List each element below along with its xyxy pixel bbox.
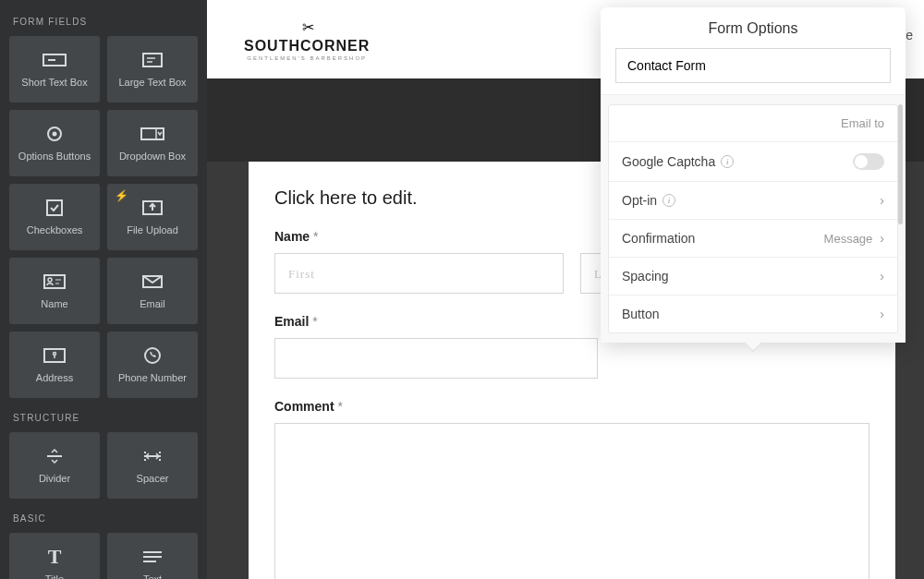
short-text-icon [43, 49, 67, 71]
tile-checkboxes[interactable]: Checkboxes [9, 184, 100, 250]
panel-scrollbar[interactable] [898, 104, 903, 298]
tile-options-buttons[interactable]: Options Buttons [9, 110, 100, 176]
svg-point-6 [53, 132, 57, 137]
tile-dropdown-box[interactable]: Dropdown Box [107, 110, 198, 176]
address-icon [43, 344, 66, 367]
radio-icon [46, 123, 63, 145]
opt-confirmation[interactable]: Confirmation Message› [609, 220, 897, 258]
svg-rect-2 [143, 54, 162, 66]
svg-rect-9 [47, 200, 62, 215]
opt-optin[interactable]: Opt-ini › [609, 182, 897, 220]
basic-grid: T Title Text [9, 533, 198, 579]
form-options-panel: Form Options Email to Google Captchai Op… [601, 7, 906, 343]
chevron-right-icon: › [880, 231, 884, 246]
tile-file-upload[interactable]: ⚡ File Upload [107, 184, 198, 250]
opt-captcha[interactable]: Google Captchai [609, 142, 897, 182]
dropdown-icon [140, 123, 164, 145]
comment-field-block: Comment * [274, 399, 869, 579]
comment-textarea[interactable] [274, 423, 869, 579]
section-structure: STRUCTURE [13, 413, 198, 423]
opt-spacing[interactable]: Spacing › [609, 258, 897, 296]
upload-icon [142, 197, 163, 219]
logo-mark-icon: ✂ [302, 18, 312, 36]
checkbox-icon [46, 197, 63, 219]
comment-label: Comment * [274, 399, 869, 414]
svg-rect-12 [44, 275, 65, 288]
svg-point-13 [48, 278, 52, 282]
first-name-input[interactable] [274, 253, 564, 294]
canvas: ✂ SOUTHCORNER GENTLEMEN'S BARBERSHOP ome… [207, 0, 924, 579]
chevron-right-icon: › [880, 269, 884, 283]
divider-icon [45, 445, 64, 467]
opt-email-to[interactable]: Email to [609, 105, 897, 142]
logo-text: SOUTHCORNER [244, 38, 370, 54]
tile-title[interactable]: T Title [9, 533, 100, 579]
tile-name[interactable]: Name [9, 258, 100, 324]
panel-title: Form Options [601, 7, 906, 48]
tile-text[interactable]: Text [107, 533, 198, 579]
email-icon [142, 271, 163, 293]
chevron-right-icon: › [880, 193, 884, 208]
site-logo[interactable]: ✂ SOUTHCORNER GENTLEMEN'S BARBERSHOP [244, 18, 370, 61]
section-form-fields: FORM FIELDS [13, 17, 198, 27]
tile-divider[interactable]: Divider [9, 432, 100, 499]
email-input[interactable] [274, 338, 598, 379]
spacer-icon [142, 445, 163, 467]
tile-short-text-box[interactable]: Short Text Box [9, 36, 100, 103]
info-icon: i [721, 155, 734, 168]
tile-address[interactable]: Address [9, 332, 100, 398]
sidebar: FORM FIELDS Short Text Box Large Text Bo… [0, 0, 207, 579]
tile-spacer[interactable]: Spacer [107, 432, 198, 499]
title-icon: T [48, 546, 62, 568]
form-fields-grid: Short Text Box Large Text Box Options Bu… [9, 36, 198, 398]
premium-bolt-icon: ⚡ [115, 189, 128, 202]
tile-phone-number[interactable]: Phone Number [107, 332, 198, 398]
opt-button[interactable]: Button › [609, 296, 897, 332]
text-icon [143, 546, 162, 568]
tile-large-text-box[interactable]: Large Text Box [107, 36, 198, 103]
phone-icon [144, 344, 161, 367]
logo-subtext: GENTLEMEN'S BARBERSHOP [247, 55, 367, 61]
name-icon [43, 271, 66, 293]
section-basic: BASIC [13, 513, 198, 524]
info-icon: i [663, 194, 675, 207]
structure-grid: Divider Spacer [9, 432, 198, 499]
tile-email[interactable]: Email [107, 258, 198, 324]
large-text-icon [142, 49, 163, 71]
form-name-input[interactable] [615, 48, 891, 83]
options-list: Email to Google Captchai Opt-ini › Confi… [608, 104, 898, 333]
chevron-right-icon: › [880, 307, 884, 321]
captcha-toggle[interactable] [853, 153, 884, 170]
